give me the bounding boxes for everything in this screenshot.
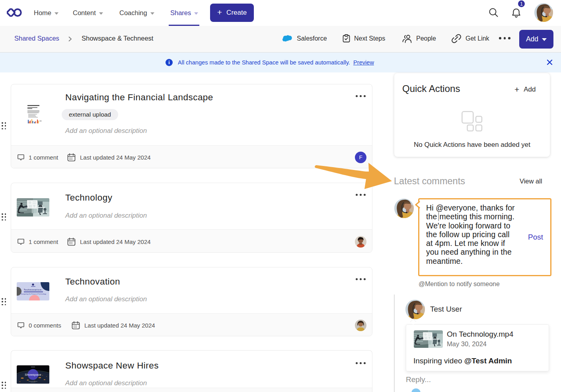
svg-text:Navigating the Future of Techn: Navigating the Future of Technology [21,293,46,295]
svg-text:Technovation:: Technovation: [24,289,43,291]
svg-text:Showspace: Showspace [25,373,41,376]
